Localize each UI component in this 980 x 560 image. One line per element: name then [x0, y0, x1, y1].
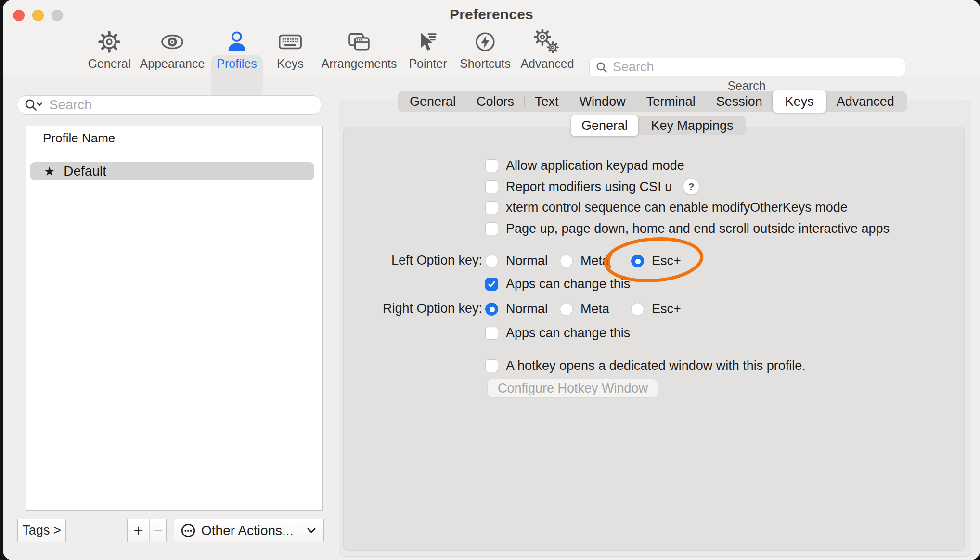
gears-icon	[534, 28, 560, 56]
right-apps-can-change-checkbox[interactable]	[485, 327, 498, 340]
radio-label: Meta	[580, 302, 609, 317]
tab-session[interactable]: Session	[706, 91, 773, 112]
add-remove-group: + −	[127, 519, 167, 542]
right-option-meta-radio[interactable]	[560, 303, 573, 316]
toolbar-label: Appearance	[140, 57, 205, 71]
window-title: Preferences	[3, 6, 980, 23]
cursor-icon	[415, 28, 440, 56]
toolbar-item-keys[interactable]: Keys	[254, 28, 326, 72]
right-option-normal[interactable]: Normal	[485, 301, 548, 317]
left-option-meta-radio[interactable]	[560, 255, 573, 267]
toolbar-label: Shortcuts	[460, 57, 511, 71]
keys-subtabs: General Key Mappings	[571, 116, 746, 135]
hotkey-window-checkbox[interactable]	[485, 359, 498, 372]
profile-row-default[interactable]: ★ Default	[30, 162, 314, 180]
title-bar: Preferences	[3, 0, 980, 27]
check-icon	[487, 280, 496, 289]
left-option-normal[interactable]: Normal	[485, 253, 548, 268]
default-star-icon: ★	[44, 165, 55, 178]
right-option-meta[interactable]: Meta	[560, 301, 609, 317]
csi-u-help-button[interactable]: ?	[683, 178, 699, 195]
eye-icon	[159, 28, 186, 56]
checkbox-label: xterm control sequence can enable modify…	[506, 200, 848, 215]
lightning-circle-icon	[473, 28, 498, 56]
radio-label: Normal	[506, 302, 548, 317]
modify-other-keys-row: xterm control sequence can enable modify…	[485, 200, 848, 215]
scroll-outside-apps-checkbox[interactable]	[485, 222, 498, 235]
configure-hotkey-window-button[interactable]: Configure Hotkey Window	[487, 379, 658, 398]
checkbox-label: Apps can change this	[506, 326, 630, 341]
toolbar-item-arrangements[interactable]: Arrangements	[323, 28, 395, 72]
profile-search-input[interactable]	[49, 97, 315, 113]
section-divider	[368, 348, 943, 348]
add-profile-button[interactable]: +	[128, 519, 150, 542]
profile-list: Profile Name ★ Default	[26, 126, 323, 511]
tab-colors[interactable]: Colors	[466, 91, 524, 112]
toolbar-item-general[interactable]: General	[73, 28, 145, 72]
right-option-normal-radio[interactable]	[485, 303, 498, 316]
left-option-esc-radio[interactable]	[631, 255, 644, 267]
checkbox-label: Allow application keypad mode	[506, 158, 684, 173]
left-apps-can-change-checkbox[interactable]	[485, 278, 498, 291]
ellipsis-circle-icon	[181, 523, 195, 538]
left-apps-can-change-row[interactable]: Apps can change this	[485, 276, 630, 292]
radio-label: Esc+	[652, 302, 681, 317]
toolbar-search-field[interactable]	[589, 58, 905, 76]
tags-button[interactable]: Tags >	[17, 519, 66, 542]
keyboard-icon	[277, 28, 304, 56]
keypad-mode-checkbox[interactable]	[485, 159, 498, 172]
left-option-meta[interactable]: Meta	[560, 253, 609, 268]
toolbar-label: Advanced	[520, 57, 574, 71]
section-divider	[368, 242, 943, 242]
checkbox-label: Report modifiers using CSI u	[506, 179, 672, 194]
toolbar-item-advanced[interactable]: Advanced	[511, 28, 583, 72]
radio-label: Meta	[580, 254, 609, 268]
hotkey-window-row[interactable]: A hotkey opens a dedicated window with t…	[485, 358, 806, 373]
toolbar-label: General	[88, 57, 131, 71]
remove-profile-button[interactable]: −	[150, 519, 166, 542]
subtab-key-mappings[interactable]: Key Mappings	[638, 116, 746, 135]
right-option-esc-radio[interactable]	[631, 303, 644, 316]
csi-u-row: Report modifiers using CSI u	[485, 179, 672, 194]
left-option-normal-radio[interactable]	[485, 255, 498, 267]
profile-search-field[interactable]	[17, 95, 322, 115]
left-option-esc[interactable]: Esc+	[631, 253, 681, 268]
windows-icon	[346, 28, 372, 56]
profile-section-tabs: General Colors Text Window Terminal Sess…	[398, 91, 907, 112]
toolbar-label: Keys	[277, 57, 304, 71]
profile-list-header: Profile Name	[26, 126, 322, 151]
preferences-toolbar: General Appearance Profiles	[3, 27, 980, 75]
tags-button-label: Tags >	[22, 523, 61, 538]
chevron-down-icon	[306, 527, 317, 535]
tab-keys[interactable]: Keys	[773, 90, 826, 113]
gear-icon	[97, 28, 122, 56]
right-option-esc[interactable]: Esc+	[631, 301, 681, 317]
toolbar-search-input[interactable]	[613, 60, 899, 75]
plus-icon: +	[134, 521, 143, 540]
search-menu-icon	[24, 98, 43, 112]
toolbar-label: Pointer	[409, 57, 447, 71]
preferences-window: Preferences General	[3, 0, 980, 560]
right-apps-can-change-row[interactable]: Apps can change this	[485, 325, 630, 341]
tab-terminal[interactable]: Terminal	[636, 91, 706, 112]
person-icon	[224, 28, 249, 56]
other-actions-label: Other Actions...	[201, 523, 293, 538]
modify-other-keys-checkbox[interactable]	[485, 201, 498, 214]
subtab-general[interactable]: General	[571, 115, 638, 136]
checkbox-label: Apps can change this	[506, 277, 630, 292]
tab-advanced[interactable]: Advanced	[826, 91, 904, 112]
csi-u-checkbox[interactable]	[485, 180, 498, 193]
minus-icon: −	[153, 521, 163, 540]
checkbox-label: A hotkey opens a dedicated window with t…	[506, 358, 806, 373]
other-actions-dropdown[interactable]: Other Actions...	[174, 519, 324, 542]
radio-label: Esc+	[652, 254, 681, 268]
tab-window[interactable]: Window	[569, 91, 636, 112]
profile-name-column-header: Profile Name	[43, 131, 115, 146]
checkbox-label: Page up, page down, home and end scroll …	[506, 221, 890, 236]
toolbar-item-appearance[interactable]: Appearance	[136, 28, 208, 72]
right-option-key-label: Right Option key:	[338, 301, 482, 316]
tab-text[interactable]: Text	[525, 91, 569, 112]
toolbar-item-shortcuts[interactable]: Shortcuts	[449, 28, 521, 72]
toolbar-label: Profiles	[217, 57, 257, 71]
tab-general[interactable]: General	[400, 91, 466, 112]
